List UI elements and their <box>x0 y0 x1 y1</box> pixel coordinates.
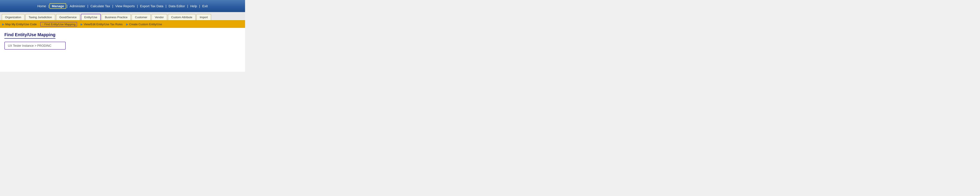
instance-box: UX Tester Instance > PRODINC <box>5 42 66 50</box>
nav-sep-2: | <box>87 4 89 8</box>
nav-sep-5: | <box>165 4 167 8</box>
breadcrumb-row: ▶ Map My Entity/Use Code ▿ Find Entity/U… <box>0 21 245 28</box>
tab-good-service[interactable]: Good/Service <box>56 14 80 20</box>
triangle-icon-3: ▶ <box>126 22 128 26</box>
triangle-icon-2: ▶ <box>81 22 83 26</box>
tab-row: Organization Taxing Jurisdiction Good/Se… <box>0 12 245 21</box>
tab-business-practice[interactable]: Business Practice <box>102 14 131 20</box>
nav-sep-4: | <box>137 4 138 8</box>
breadcrumb-view-edit-label: View/Edit Entity/Use Tax Rules <box>84 22 123 26</box>
nav-calculate-tax[interactable]: Calculate Tax <box>89 3 112 9</box>
nav-export-tax-data[interactable]: Export Tax Data <box>138 3 165 9</box>
breadcrumb-view-edit[interactable]: ▶ View/Edit Entity/Use Tax Rules <box>81 22 123 26</box>
breadcrumb-find-entity[interactable]: ▿ Find Entity/Use Mapping <box>40 22 77 27</box>
nav-sep-7: | <box>199 4 200 8</box>
nav-help[interactable]: Help <box>189 3 199 9</box>
page-title: Find Entity/Use Mapping <box>5 32 56 39</box>
tab-custom-attribute[interactable]: Custom Attribute <box>168 14 196 20</box>
nav-administer[interactable]: Administer <box>68 3 87 9</box>
nav-sep-3: | <box>112 4 114 8</box>
breadcrumb-map-entity-label: Map My Entity/Use Code <box>5 22 37 26</box>
tab-import[interactable]: Import <box>196 14 211 20</box>
tab-taxing-jurisdiction[interactable]: Taxing Jurisdiction <box>25 14 55 20</box>
nav-exit[interactable]: Exit <box>200 3 210 9</box>
nav-manage[interactable]: Manage <box>49 3 66 9</box>
tab-customer[interactable]: Customer <box>132 14 150 20</box>
nav-view-reports[interactable]: View Reports <box>114 3 137 9</box>
breadcrumb-create-custom[interactable]: ▶ Create Custom Entity/Use <box>126 22 162 26</box>
top-nav-items: Home | Manage | Administer | Calculate T… <box>35 3 209 9</box>
tab-organization[interactable]: Organization <box>2 14 24 20</box>
triangle-icon-1: ▿ <box>42 22 44 26</box>
nav-sep-1: | <box>66 4 68 8</box>
nav-sep-0: | <box>48 4 49 8</box>
tab-entity-use[interactable]: Entity/Use <box>81 14 101 20</box>
nav-data-editor[interactable]: Data Editor <box>167 3 187 9</box>
breadcrumb-map-entity[interactable]: ▶ Map My Entity/Use Code <box>2 22 37 26</box>
top-navigation: Home | Manage | Administer | Calculate T… <box>0 0 245 12</box>
tab-vendor[interactable]: Vendor <box>151 14 167 20</box>
breadcrumb-find-entity-label: Find Entity/Use Mapping <box>45 22 76 26</box>
nav-sep-6: | <box>187 4 189 8</box>
triangle-icon-0: ▶ <box>2 22 5 26</box>
nav-home[interactable]: Home <box>35 3 48 9</box>
breadcrumb-create-custom-label: Create Custom Entity/Use <box>129 22 162 26</box>
main-content: Find Entity/Use Mapping UX Tester Instan… <box>0 28 245 72</box>
